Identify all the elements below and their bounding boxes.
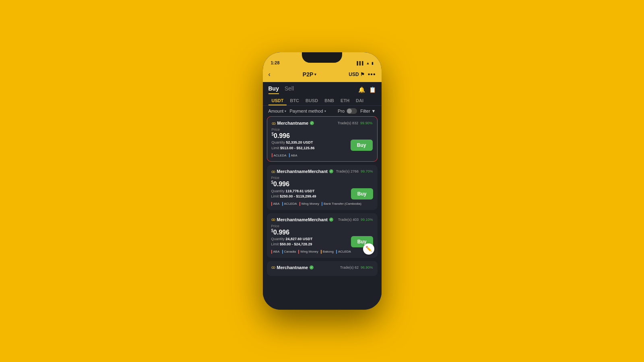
crypto-tab-usdt[interactable]: USDT xyxy=(268,97,287,105)
top-nav: ‹ P2P ▾ USD ⚑ ••• xyxy=(263,67,382,82)
listing-card-2: ꝏ MerchantnameМerchant ✓ Trade(s) 2766 9… xyxy=(267,165,378,210)
tag-wing-2: Wing Money xyxy=(299,202,319,206)
nav-title-arrow: ▾ xyxy=(314,72,316,76)
tag-aba-2: ABA xyxy=(271,202,280,206)
filter-row: Amount ▾ Payment method ▾ Pro Filter ▼ xyxy=(263,106,382,116)
toggle-track xyxy=(347,108,357,114)
wifi-icon: ▲ xyxy=(366,61,370,65)
buy-button-1[interactable]: Buy xyxy=(351,140,373,151)
currency-selector[interactable]: USD ⚑ xyxy=(349,72,364,77)
trade-stats-4: Trade(s) 62 96.90% xyxy=(340,265,373,269)
notification-icon[interactable]: 🔔 xyxy=(358,86,365,93)
card-header-3: ꝏ MerchantnameМerchant ✓ Trade(s) 403 99… xyxy=(271,217,373,222)
status-icons: ▌▌▌ ▲ ▮ xyxy=(357,61,373,65)
filter-button[interactable]: Filter ▼ xyxy=(360,109,376,113)
tag-aba-3: ABA xyxy=(271,250,280,254)
payment-method-filter[interactable]: Payment method ▾ xyxy=(289,109,326,113)
tag-aba-1: ABA xyxy=(289,153,297,157)
merchant-name-4: Merchantname xyxy=(277,265,308,270)
merchant-icon-3: ꝏ xyxy=(271,217,275,222)
crypto-tabs: USDT BTC BUSD BNB ETH DAI xyxy=(263,94,382,106)
merchant-icon-2: ꝏ xyxy=(271,169,275,174)
merchant-info-4: ꝏ Merchantname ✓ xyxy=(271,265,314,270)
trade-stats-1: Trade(s) 832 99.90% xyxy=(338,121,373,125)
price-label-3: Price xyxy=(271,224,373,228)
price-label-2: Price xyxy=(271,176,373,180)
status-time: 1:28 xyxy=(271,60,280,65)
tag-bank-2: Bank Transfer (Cambodia) xyxy=(322,202,361,206)
document-icon[interactable]: 📋 xyxy=(369,86,376,93)
verified-badge-2: ✓ xyxy=(329,169,333,173)
crypto-tab-busd[interactable]: BUSD xyxy=(302,97,321,105)
card-details-3: Quantity 24,827.60 USDT Limit $50.00 - $… xyxy=(271,236,373,247)
crypto-tab-btc[interactable]: BTC xyxy=(287,97,302,105)
tag-wing-3: Wing Money xyxy=(298,250,318,254)
sell-tab[interactable]: Sell xyxy=(285,85,294,94)
card-header-4: ꝏ Merchantname ✓ Trade(s) 62 96.90% xyxy=(271,265,373,270)
merchant-info-1: ꝏ Merchantname ✓ xyxy=(272,121,314,125)
buy-sell-tabs: Buy Sell 🔔 📋 xyxy=(263,82,382,94)
trade-stats-3: Trade(s) 403 99.10% xyxy=(338,218,373,222)
card-details-1: Quantity 52,335.20 USDT Limit $513.00 - … xyxy=(272,140,373,151)
verified-badge-3: ✓ xyxy=(329,218,333,222)
buy-button-2[interactable]: Buy xyxy=(351,188,373,200)
listings-container: ꝏ Merchantname ✓ Trade(s) 832 99.90% Pri… xyxy=(263,116,382,310)
crypto-tab-bnb[interactable]: BNB xyxy=(321,97,337,105)
more-menu-button[interactable]: ••• xyxy=(368,71,376,78)
merchant-name-1: Merchantname xyxy=(277,121,309,125)
main-content: Buy Sell 🔔 📋 USDT BTC BUSD BNB ETH DAI A… xyxy=(263,82,382,310)
verified-badge-1: ✓ xyxy=(310,121,314,125)
filter-text: Filter xyxy=(360,109,370,113)
payment-tags-1: ACLEDA ABA xyxy=(272,153,373,157)
detail-text-2: Quantity 119,778.61 USDT Limit $250.00 -… xyxy=(271,189,316,200)
amount-filter[interactable]: Amount ▾ xyxy=(268,109,287,113)
merchant-name-3: MerchantnameМerchant xyxy=(277,217,328,222)
payment-tags-2: ABA ACLEDA Wing Money Bank Transfer (Cam… xyxy=(271,202,373,206)
payment-method-label: Payment method xyxy=(289,109,323,113)
card-header-2: ꝏ MerchantnameМerchant ✓ Trade(s) 2766 9… xyxy=(271,169,373,174)
pro-toggle[interactable]: Pro xyxy=(338,108,357,114)
card-details-2: Quantity 119,778.61 USDT Limit $250.00 -… xyxy=(271,188,373,200)
verified-badge-4: ✓ xyxy=(310,265,314,269)
card-header-1: ꝏ Merchantname ✓ Trade(s) 832 99.90% xyxy=(272,121,373,125)
back-button[interactable]: ‹ xyxy=(268,71,270,78)
merchant-icon-4: ꝏ xyxy=(271,265,275,269)
pro-label: Pro xyxy=(338,109,345,113)
merchant-info-3: ꝏ MerchantnameМerchant ✓ xyxy=(271,217,334,222)
merchant-name-2: MerchantnameМerchant xyxy=(277,169,328,174)
listing-card-3: ꝏ MerchantnameМerchant ✓ Trade(s) 403 99… xyxy=(267,213,378,258)
tag-acleda-1: ACLEDA xyxy=(272,153,287,157)
price-value-2: $0.996 xyxy=(271,180,373,188)
listing-card-1: ꝏ Merchantname ✓ Trade(s) 832 99.90% Pri… xyxy=(267,116,378,162)
crypto-tab-eth[interactable]: ETH xyxy=(337,97,353,105)
nav-title-group[interactable]: P2P ▾ xyxy=(303,71,316,78)
currency-flag-icon: ⚑ xyxy=(360,72,365,77)
fab-edit-button[interactable]: ✏️ xyxy=(363,243,374,255)
buy-tab[interactable]: Buy xyxy=(268,85,279,94)
trade-stats-2: Trade(s) 2766 99.70% xyxy=(336,169,373,173)
amount-label: Amount xyxy=(268,109,284,113)
merchant-info-2: ꝏ MerchantnameМerchant ✓ xyxy=(271,169,334,174)
tag-acleda-3: ACLEDA xyxy=(336,250,351,254)
phone-shell: 1:28 ▌▌▌ ▲ ▮ ‹ P2P ▾ USD ⚑ ••• Buy Sell xyxy=(263,52,382,310)
nav-right: USD ⚑ ••• xyxy=(349,71,376,78)
phone-notch xyxy=(302,52,342,63)
listing-card-4: ꝏ Merchantname ✓ Trade(s) 62 96.90% xyxy=(267,261,378,276)
battery-icon: ▮ xyxy=(372,61,374,65)
detail-text-3: Quantity 24,827.60 USDT Limit $50.00 - $… xyxy=(271,237,313,247)
tag-acleda-2: ACLEDA xyxy=(282,202,297,206)
filter-funnel-icon: ▼ xyxy=(372,109,376,113)
merchant-icon-1: ꝏ xyxy=(272,121,276,125)
price-value-1: $0.996 xyxy=(272,132,373,140)
nav-title: P2P xyxy=(303,71,313,78)
price-label-1: Price xyxy=(272,128,373,132)
tag-bakong-3: Bakong xyxy=(321,250,334,254)
tag-canadia-3: Canadia xyxy=(282,250,296,254)
amount-arrow: ▾ xyxy=(285,109,286,113)
crypto-tab-dai[interactable]: DAI xyxy=(353,97,367,105)
price-value-3: $0.996 xyxy=(271,228,373,236)
signal-icon: ▌▌▌ xyxy=(357,61,364,65)
toggle-thumb xyxy=(347,109,352,113)
tab-action-icons: 🔔 📋 xyxy=(358,86,376,93)
currency-label: USD xyxy=(349,72,359,77)
